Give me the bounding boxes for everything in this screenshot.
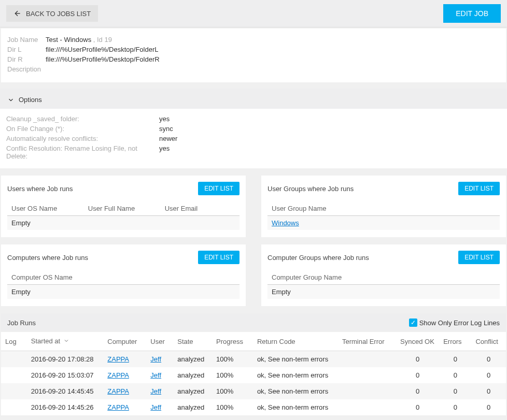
usergroup-link-windows[interactable]: Windows — [272, 219, 299, 227]
run-errors-cell: 0 — [439, 383, 471, 399]
run-computer-link[interactable]: ZAPPA — [107, 371, 129, 379]
run-conflict-cell: 0 — [471, 383, 506, 399]
run-returncode-cell: ok, See non-term errors — [253, 367, 338, 383]
computers-card-title: Computers where Job runs — [7, 254, 88, 262]
runs-col-syncedok[interactable]: Synced OK — [396, 332, 439, 351]
show-errors-checkbox-wrap[interactable]: ✓ Show Only Error Log Lines — [409, 318, 500, 327]
options-toggle[interactable]: Options — [0, 89, 507, 109]
run-terminalerror-cell — [338, 383, 396, 399]
run-terminalerror-cell — [338, 367, 396, 383]
run-state-cell: analyzed — [173, 399, 212, 415]
run-log-cell — [1, 351, 27, 368]
run-syncedok-cell: 0 — [396, 383, 439, 399]
users-card: Users where Job runs EDIT LIST User OS N… — [1, 176, 246, 237]
computers-table: Computer OS Name Empty — [7, 270, 240, 299]
runs-col-conflict[interactable]: Conflict — [471, 332, 506, 351]
runs-col-log[interactable]: Log — [1, 332, 27, 351]
table-row[interactable]: 2016-09-20 14:45:26ZAPPAJeffanalyzed100%… — [1, 399, 506, 415]
computergroups-edit-list-button[interactable]: EDIT LIST — [458, 251, 500, 264]
opt-autoresolve-value: newer — [159, 135, 177, 142]
run-returncode-cell: ok, See non-term errors — [253, 399, 338, 415]
run-state-cell: analyzed — [173, 383, 212, 399]
run-computer-link[interactable]: ZAPPA — [107, 387, 129, 395]
run-progress-cell: 100% — [212, 399, 253, 415]
chevron-down-icon — [7, 96, 15, 104]
run-conflict-cell: 0 — [471, 367, 506, 383]
usergroups-table: User Group Name Windows — [267, 201, 500, 230]
table-row[interactable]: 2016-09-20 15:03:07ZAPPAJeffanalyzed100%… — [1, 367, 506, 383]
computergroups-card-title: Computer Groups where Job runs — [267, 254, 369, 262]
job-info-panel: Job Name Test - Windows , Id 19 Dir L fi… — [1, 28, 506, 82]
run-user-link[interactable]: Jeff — [150, 403, 161, 411]
runs-col-computer[interactable]: Computer — [103, 332, 146, 351]
table-row[interactable]: 2016-09-20 17:08:28ZAPPAJeffanalyzed100%… — [1, 351, 506, 368]
run-syncedok-cell: 0 — [396, 399, 439, 415]
dirl-value: file:///%UserProfile%/Desktop/FolderL — [46, 46, 158, 53]
back-label: BACK TO JOBS LIST — [26, 10, 91, 18]
computers-card: Computers where Job runs EDIT LIST Compu… — [1, 244, 246, 306]
run-user-link[interactable]: Jeff — [150, 387, 161, 395]
users-col-email[interactable]: User Email — [161, 201, 240, 216]
back-to-jobs-button[interactable]: BACK TO JOBS LIST — [6, 5, 98, 22]
dirr-label: Dir R — [7, 55, 46, 63]
runs-col-user[interactable]: User — [146, 332, 173, 351]
run-errors-cell: 0 — [439, 351, 471, 368]
run-user-link[interactable]: Jeff — [150, 355, 161, 363]
computergroups-empty-cell: Empty — [267, 285, 500, 299]
run-progress-cell: 100% — [212, 367, 253, 383]
options-body: Cleanup _saved_ folder:yes On File Chang… — [0, 109, 507, 168]
options-header-label: Options — [19, 96, 42, 104]
job-runs-section: Job Runs ✓ Show Only Error Log Lines Log… — [1, 313, 506, 415]
run-started-cell: 2016-09-20 14:45:26 — [27, 399, 103, 415]
run-log-cell — [1, 399, 27, 415]
usergroups-edit-list-button[interactable]: EDIT LIST — [458, 182, 500, 195]
table-row[interactable]: 2016-09-20 14:45:45ZAPPAJeffanalyzed100%… — [1, 383, 506, 399]
run-state-cell: analyzed — [173, 351, 212, 368]
runs-col-progress[interactable]: Progress — [212, 332, 253, 351]
run-started-cell: 2016-09-20 17:08:28 — [27, 351, 103, 368]
run-user-link[interactable]: Jeff — [150, 371, 161, 379]
opt-conflict-label: Conflic Resolution: Rename Losing File, … — [6, 144, 159, 160]
opt-conflict-value: yes — [159, 144, 170, 160]
run-computer-link[interactable]: ZAPPA — [107, 403, 129, 411]
runs-col-errors[interactable]: Errors — [439, 332, 471, 351]
opt-cleanup-label: Cleanup _saved_ folder: — [6, 115, 159, 123]
description-label: Description — [7, 65, 46, 73]
job-name-label: Job Name — [7, 36, 46, 44]
users-col-os[interactable]: User OS Name — [7, 201, 84, 216]
job-runs-title: Job Runs — [7, 319, 36, 327]
run-syncedok-cell: 0 — [396, 367, 439, 383]
arrow-left-icon — [13, 9, 22, 18]
runs-col-state[interactable]: State — [173, 332, 212, 351]
computers-col-name[interactable]: Computer OS Name — [7, 270, 240, 285]
runs-col-returncode[interactable]: Return Code — [253, 332, 338, 351]
opt-cleanup-value: yes — [159, 115, 170, 123]
run-errors-cell: 0 — [439, 367, 471, 383]
dirr-value: file:///%UserProfile%/Desktop/FolderR — [46, 55, 160, 63]
computergroups-col-name[interactable]: Computer Group Name — [267, 270, 500, 285]
run-syncedok-cell: 0 — [396, 351, 439, 368]
opt-autoresolve-label: Automatically resolve conflicts: — [6, 135, 159, 142]
job-name-value: Test - Windows , Id 19 — [46, 36, 112, 44]
run-started-cell: 2016-09-20 14:45:45 — [27, 383, 103, 399]
computers-edit-list-button[interactable]: EDIT LIST — [198, 251, 240, 264]
run-log-cell — [1, 367, 27, 383]
run-log-cell — [1, 383, 27, 399]
show-errors-label: Show Only Error Log Lines — [419, 319, 500, 327]
usergroups-col-name[interactable]: User Group Name — [267, 201, 500, 216]
edit-job-button[interactable]: EDIT JOB — [443, 4, 501, 23]
runs-col-started[interactable]: Started at — [27, 332, 103, 351]
run-state-cell: analyzed — [173, 367, 212, 383]
usergroups-card-title: User Groups where Job runs — [267, 185, 354, 193]
users-table: User OS Name User Full Name User Email E… — [7, 201, 240, 230]
computergroups-card: Computer Groups where Job runs EDIT LIST… — [261, 244, 506, 306]
opt-onfile-value: sync — [159, 125, 173, 133]
run-progress-cell: 100% — [212, 383, 253, 399]
run-computer-link[interactable]: ZAPPA — [107, 355, 129, 363]
users-col-full[interactable]: User Full Name — [84, 201, 161, 216]
job-runs-table: Log Started at Computer User State Progr… — [1, 332, 506, 415]
users-edit-list-button[interactable]: EDIT LIST — [198, 182, 240, 195]
table-row: Empty — [267, 285, 500, 299]
computergroups-table: Computer Group Name Empty — [267, 270, 500, 299]
runs-col-terminalerror[interactable]: Terminal Error — [338, 332, 396, 351]
